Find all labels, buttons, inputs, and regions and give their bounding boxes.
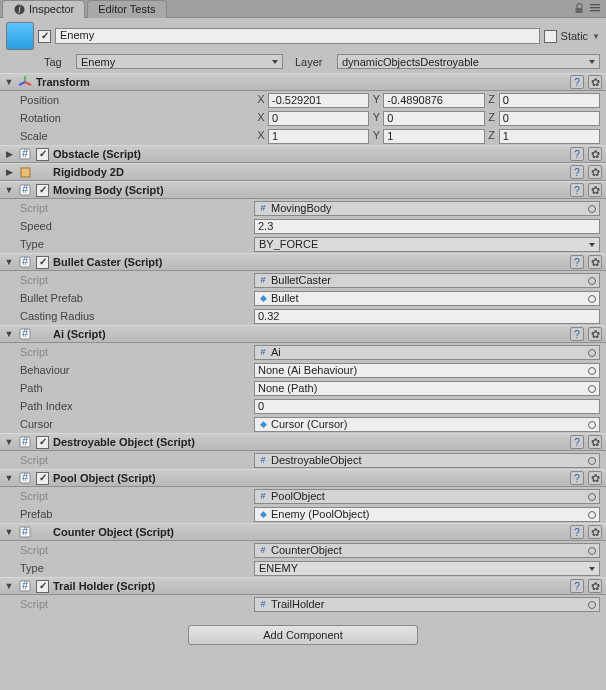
ai-behaviour-field[interactable]: None (Ai Behaviour) xyxy=(254,363,600,378)
help-icon[interactable]: ? xyxy=(570,579,584,593)
gear-icon[interactable] xyxy=(588,165,602,179)
gameobject-name-input[interactable]: Enemy xyxy=(55,28,540,44)
gear-icon[interactable] xyxy=(588,327,602,341)
help-icon[interactable]: ? xyxy=(570,75,584,89)
trail-script-field[interactable]: #TrailHolder xyxy=(254,597,600,612)
rigidbody-header[interactable]: ▶ Rigidbody 2D ? xyxy=(0,163,606,181)
ai-pathindex-field[interactable]: 0 xyxy=(254,399,600,414)
object-picker-icon[interactable] xyxy=(588,277,596,285)
object-picker-icon[interactable] xyxy=(588,349,596,357)
static-dropdown-icon[interactable]: ▼ xyxy=(592,32,600,41)
lock-icon[interactable] xyxy=(574,3,584,14)
pool-enable-checkbox[interactable] xyxy=(36,472,49,485)
object-picker-icon[interactable] xyxy=(588,205,596,213)
layer-dropdown[interactable]: dynamicObjectsDestroyable xyxy=(337,54,600,69)
pool-header[interactable]: ▼ # Pool Object (Script) ? xyxy=(0,469,606,487)
pos-z-field[interactable]: 0 xyxy=(499,93,600,108)
foldout-icon[interactable]: ▼ xyxy=(4,185,14,195)
pool-prefab-field[interactable]: ◆Enemy (PoolObject) xyxy=(254,507,600,522)
gear-icon[interactable] xyxy=(588,75,602,89)
add-component-button[interactable]: Add Component xyxy=(188,625,418,645)
rot-z-field[interactable]: 0 xyxy=(499,111,600,126)
help-icon[interactable]: ? xyxy=(570,147,584,161)
script-mini-icon: # xyxy=(258,599,268,609)
script-icon: # xyxy=(18,183,32,197)
transform-header[interactable]: ▼ Transform ? xyxy=(0,73,606,91)
movingbody-header[interactable]: ▼ # Moving Body (Script) ? xyxy=(0,181,606,199)
foldout-icon[interactable]: ▼ xyxy=(4,329,14,339)
object-picker-icon[interactable] xyxy=(588,511,596,519)
movingbody-script-field[interactable]: #MovingBody xyxy=(254,201,600,216)
object-picker-icon[interactable] xyxy=(588,547,596,555)
gear-icon[interactable] xyxy=(588,579,602,593)
movingbody-enable-checkbox[interactable] xyxy=(36,184,49,197)
bulletcaster-script-field[interactable]: #BulletCaster xyxy=(254,273,600,288)
gameobject-icon[interactable] xyxy=(6,22,34,50)
help-icon[interactable]: ? xyxy=(570,255,584,269)
bullet-prefab-field[interactable]: ◆Bullet xyxy=(254,291,600,306)
rigidbody-icon xyxy=(18,165,32,179)
destroyable-header[interactable]: ▼ # Destroyable Object (Script) ? xyxy=(0,433,606,451)
help-icon[interactable]: ? xyxy=(570,471,584,485)
tag-dropdown[interactable]: Enemy xyxy=(76,54,283,69)
foldout-icon[interactable]: ▶ xyxy=(4,149,14,159)
object-picker-icon[interactable] xyxy=(588,421,596,429)
static-checkbox[interactable] xyxy=(544,30,557,43)
scl-x-field[interactable]: 1 xyxy=(268,129,369,144)
bulletcaster-enable-checkbox[interactable] xyxy=(36,256,49,269)
help-icon[interactable]: ? xyxy=(570,435,584,449)
scl-z-field[interactable]: 1 xyxy=(499,129,600,144)
foldout-icon[interactable]: ▶ xyxy=(4,167,14,177)
counter-type-dropdown[interactable]: ENEMY xyxy=(254,561,600,576)
trail-enable-checkbox[interactable] xyxy=(36,580,49,593)
help-icon[interactable]: ? xyxy=(570,525,584,539)
ai-path-field[interactable]: None (Path) xyxy=(254,381,600,396)
destroyable-enable-checkbox[interactable] xyxy=(36,436,49,449)
gear-icon[interactable] xyxy=(588,183,602,197)
obstacle-enable-checkbox[interactable] xyxy=(36,148,49,161)
movingbody-type-dropdown[interactable]: BY_FORCE xyxy=(254,237,600,252)
gear-icon[interactable] xyxy=(588,255,602,269)
help-icon[interactable]: ? xyxy=(570,327,584,341)
pos-y-field[interactable]: -0.4890876 xyxy=(383,93,484,108)
trail-header[interactable]: ▼ # Trail Holder (Script) ? xyxy=(0,577,606,595)
pool-script-field[interactable]: #PoolObject xyxy=(254,489,600,504)
scl-y-field[interactable]: 1 xyxy=(383,129,484,144)
gear-icon[interactable] xyxy=(588,435,602,449)
object-picker-icon[interactable] xyxy=(588,295,596,303)
object-picker-icon[interactable] xyxy=(588,601,596,609)
ai-script-field[interactable]: #Ai xyxy=(254,345,600,360)
gear-icon[interactable] xyxy=(588,471,602,485)
tab-editor-tests[interactable]: Editor Tests xyxy=(87,0,166,18)
ai-header[interactable]: ▼ # Ai (Script) ? xyxy=(0,325,606,343)
speed-field[interactable]: 2.3 xyxy=(254,219,600,234)
destroyable-script-field[interactable]: #DestroyableObject xyxy=(254,453,600,468)
counter-header[interactable]: ▼ # Counter Object (Script) ? xyxy=(0,523,606,541)
help-icon[interactable]: ? xyxy=(570,183,584,197)
foldout-icon[interactable]: ▼ xyxy=(4,257,14,267)
pos-x-field[interactable]: -0.529201 xyxy=(268,93,369,108)
context-menu-icon[interactable] xyxy=(590,3,600,14)
gear-icon[interactable] xyxy=(588,147,602,161)
rot-x-field[interactable]: 0 xyxy=(268,111,369,126)
obstacle-header[interactable]: ▶ # Obstacle (Script) ? xyxy=(0,145,606,163)
foldout-icon[interactable]: ▼ xyxy=(4,473,14,483)
script-mini-icon: # xyxy=(258,491,268,501)
casting-radius-field[interactable]: 0.32 xyxy=(254,309,600,324)
ai-cursor-field[interactable]: ◆Cursor (Cursor) xyxy=(254,417,600,432)
object-picker-icon[interactable] xyxy=(588,493,596,501)
foldout-icon[interactable]: ▼ xyxy=(4,581,14,591)
tab-inspector[interactable]: i Inspector xyxy=(2,0,85,18)
gear-icon[interactable] xyxy=(588,525,602,539)
bulletcaster-header[interactable]: ▼ # Bullet Caster (Script) ? xyxy=(0,253,606,271)
foldout-icon[interactable]: ▼ xyxy=(4,77,14,87)
object-picker-icon[interactable] xyxy=(588,457,596,465)
active-checkbox[interactable] xyxy=(38,30,51,43)
object-picker-icon[interactable] xyxy=(588,385,596,393)
foldout-icon[interactable]: ▼ xyxy=(4,527,14,537)
object-picker-icon[interactable] xyxy=(588,367,596,375)
foldout-icon[interactable]: ▼ xyxy=(4,437,14,447)
rot-y-field[interactable]: 0 xyxy=(383,111,484,126)
counter-script-field[interactable]: #CounterObject xyxy=(254,543,600,558)
help-icon[interactable]: ? xyxy=(570,165,584,179)
